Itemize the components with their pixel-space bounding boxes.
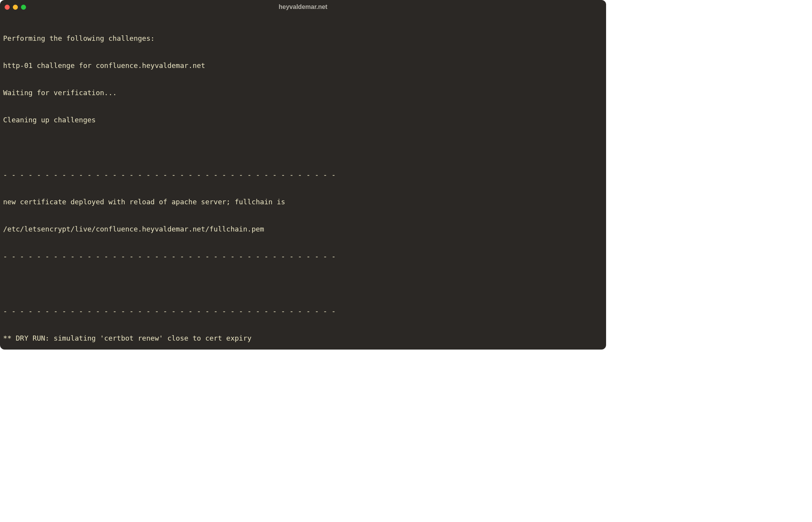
terminal-window: heyvaldemar.net Performing the following…	[0, 0, 606, 350]
close-icon[interactable]	[5, 5, 10, 10]
window-title: heyvaldemar.net	[0, 3, 606, 11]
output-line: new certificate deployed with reload of …	[3, 197, 603, 206]
output-line: http-01 challenge for confluence.heyvald…	[3, 61, 603, 70]
output-line: - - - - - - - - - - - - - - - - - - - - …	[3, 306, 603, 315]
fullscreen-icon[interactable]	[21, 5, 26, 10]
terminal-body[interactable]: Performing the following challenges: htt…	[0, 14, 606, 350]
output-line: Waiting for verification...	[3, 88, 603, 97]
titlebar: heyvaldemar.net	[0, 0, 606, 14]
output-line: - - - - - - - - - - - - - - - - - - - - …	[3, 252, 603, 261]
output-line: ** DRY RUN: simulating 'certbot renew' c…	[3, 334, 603, 343]
output-line: /etc/letsencrypt/live/confluence.heyvald…	[3, 224, 603, 233]
output-line: - - - - - - - - - - - - - - - - - - - - …	[3, 170, 603, 179]
output-line	[3, 143, 603, 151]
output-line: Cleaning up challenges	[3, 115, 603, 124]
traffic-lights	[5, 5, 26, 10]
output-line: Performing the following challenges:	[3, 34, 603, 43]
minimize-icon[interactable]	[13, 5, 18, 10]
output-line	[3, 279, 603, 288]
